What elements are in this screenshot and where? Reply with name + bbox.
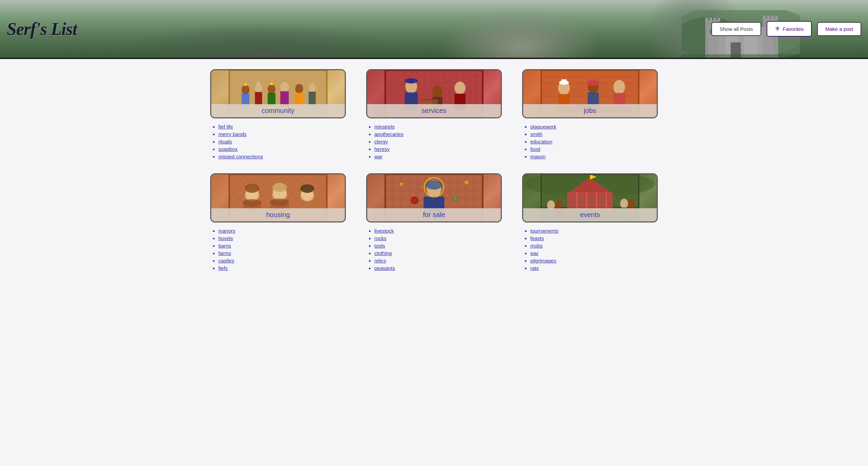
category-grid: communityfief lifemerry bandsritualssoap… (210, 69, 658, 271)
category-section-services: servicesminstrelsapothecariesclergyheres… (366, 69, 502, 160)
svg-rect-27 (255, 92, 262, 105)
svg-point-34 (309, 83, 316, 92)
category-section-forsale: for salelivestockrockstoolsclothingrelic… (366, 173, 502, 271)
link-peasants[interactable]: peasants (374, 265, 395, 271)
category-links-community: fief lifemerry bandsritualssoapboxmissed… (210, 124, 346, 160)
list-item: rituals (218, 139, 346, 145)
link-farms[interactable]: farms (218, 250, 231, 256)
link-smith[interactable]: smith (530, 131, 542, 137)
link-relics[interactable]: relics (374, 258, 386, 264)
list-item: apothecaries (374, 131, 502, 137)
svg-rect-62 (561, 79, 567, 84)
svg-point-86 (300, 185, 314, 193)
category-label-text-community: community (262, 107, 295, 114)
svg-point-99 (400, 182, 403, 186)
svg-point-117 (555, 200, 563, 209)
link-rats[interactable]: rats (530, 265, 539, 271)
link-plaguework[interactable]: plaguework (530, 124, 556, 130)
link-pilgrimages[interactable]: pilgrimages (530, 258, 556, 264)
list-item: mobs (530, 243, 658, 249)
make-post-button[interactable]: Make a post (817, 22, 861, 36)
header: Serf's List Show all Posts ⚜ Favorites M… (0, 0, 868, 59)
category-section-housing: housingmanorshovelsbarnsfarmscastlesfief… (210, 173, 346, 271)
list-item: fief life (218, 124, 346, 130)
category-links-services: minstrelsapothecariesclergyheresywar (366, 124, 502, 160)
svg-rect-15 (775, 16, 778, 20)
link-education[interactable]: education (530, 139, 552, 144)
list-item: barns (218, 243, 346, 249)
list-item: education (530, 139, 658, 145)
category-label-bar-forsale: for sale (367, 208, 501, 221)
link-apothecaries[interactable]: apothecaries (374, 131, 403, 137)
svg-point-47 (454, 82, 466, 95)
svg-point-28 (268, 84, 275, 94)
link-minstrels[interactable]: minstrels (374, 124, 395, 130)
list-item: clothing (374, 250, 502, 256)
category-label-text-housing: housing (266, 211, 290, 218)
svg-point-94 (426, 180, 442, 190)
link-fief-life[interactable]: fief life (218, 124, 233, 130)
svg-point-85 (272, 183, 287, 192)
list-item: relics (374, 258, 502, 264)
svg-point-26 (255, 83, 262, 93)
category-label-bar-community: community (211, 104, 345, 117)
link-manors[interactable]: manors (218, 228, 235, 234)
link-tools[interactable]: tools (374, 243, 385, 249)
link-food[interactable]: food (530, 146, 540, 152)
link-fiefs[interactable]: fiefs (218, 265, 228, 271)
list-item: rats (530, 265, 658, 271)
category-card-community[interactable]: community (210, 69, 346, 118)
link-merry-bands[interactable]: merry bands (218, 131, 246, 137)
category-card-services[interactable]: services (366, 69, 502, 118)
link-hovels[interactable]: hovels (218, 235, 233, 241)
category-links-jobs: plagueworksmitheducationfoodmason (522, 124, 658, 160)
link-barns[interactable]: barns (218, 243, 231, 249)
category-card-housing[interactable]: housing (210, 173, 346, 222)
link-missed-connections[interactable]: missed connections (218, 154, 263, 159)
show-all-posts-button[interactable]: Show all Posts (711, 22, 761, 36)
list-item: smith (530, 131, 658, 137)
svg-point-32 (295, 84, 303, 94)
svg-rect-21 (682, 54, 800, 58)
svg-rect-14 (771, 16, 774, 20)
svg-point-121 (628, 198, 635, 208)
svg-point-84 (245, 184, 259, 193)
link-war[interactable]: war (530, 250, 538, 256)
category-label-bar-services: services (367, 104, 501, 117)
category-label-text-forsale: for sale (423, 211, 445, 218)
list-item: manors (218, 228, 346, 234)
link-mason[interactable]: mason (530, 154, 546, 159)
svg-rect-8 (705, 18, 708, 22)
link-feasts[interactable]: feasts (530, 235, 544, 241)
link-rocks[interactable]: rocks (374, 235, 387, 241)
list-item: merry bands (218, 131, 346, 137)
list-item: tools (374, 243, 502, 249)
link-heresy[interactable]: heresy (374, 146, 390, 152)
list-item: farms (218, 250, 346, 256)
link-livestock[interactable]: livestock (374, 228, 394, 234)
link-castles[interactable]: castles (218, 258, 234, 264)
header-nav: Show all Posts ⚜ Favorites Make a post (711, 21, 861, 37)
link-tournaments[interactable]: tournaments (530, 228, 558, 234)
link-soapbox[interactable]: soapbox (218, 146, 238, 152)
link-rituals[interactable]: rituals (218, 139, 232, 144)
category-card-forsale[interactable]: for sale (366, 173, 502, 222)
svg-point-30 (280, 82, 289, 93)
link-clothing[interactable]: clothing (374, 250, 392, 256)
link-mobs[interactable]: mobs (530, 243, 543, 249)
list-item: rocks (374, 235, 502, 241)
list-item: castles (218, 258, 346, 264)
header-background: Serf's List Show all Posts ⚜ Favorites M… (0, 0, 868, 58)
category-card-jobs[interactable]: jobs (522, 69, 658, 118)
list-item: livestock (374, 228, 502, 234)
category-label-text-services: services (421, 107, 446, 114)
link-war[interactable]: war (374, 154, 382, 159)
list-item: soapbox (218, 146, 346, 152)
link-clergy[interactable]: clergy (374, 139, 388, 144)
category-label-text-events: events (580, 211, 600, 218)
svg-rect-12 (763, 16, 766, 20)
category-card-events[interactable]: events (522, 173, 658, 222)
svg-point-96 (412, 198, 417, 202)
list-item: heresy (374, 146, 502, 152)
favorites-button[interactable]: ⚜ Favorites (767, 21, 812, 37)
